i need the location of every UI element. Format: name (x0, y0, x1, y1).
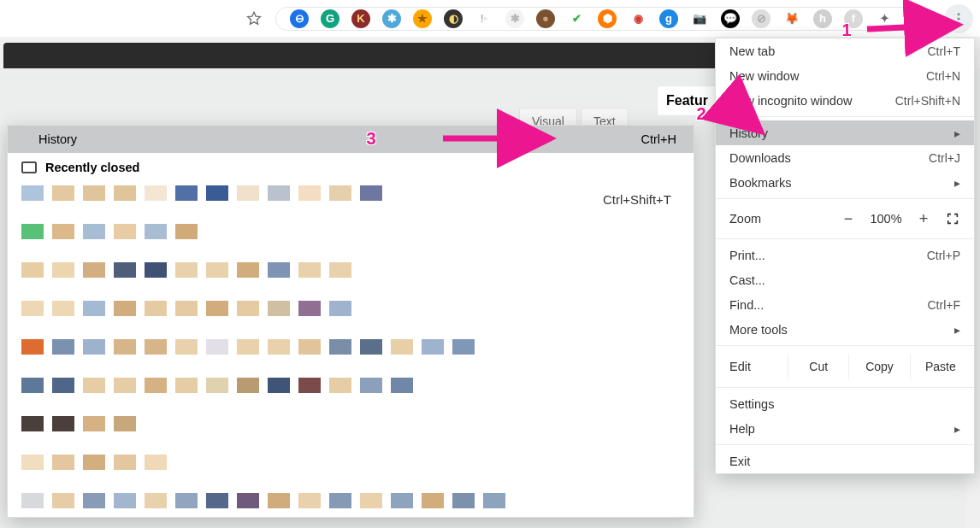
menu-history-label: History (729, 126, 954, 140)
blurred-pixel (145, 493, 167, 508)
chrome-menu-button[interactable] (944, 4, 973, 33)
menu-new-tab[interactable]: New tabCtrl+T (716, 38, 974, 63)
history-item[interactable] (21, 455, 688, 470)
edit-label: Edit (729, 360, 788, 373)
menu-history[interactable]: History ▸ (716, 120, 974, 145)
history-item[interactable] (21, 185, 688, 201)
extension-icon[interactable]: f (844, 9, 863, 28)
blurred-pixel (298, 301, 321, 316)
blurred-pixel (52, 262, 74, 278)
blurred-pixel (21, 493, 44, 508)
menu-downloads[interactable]: DownloadsCtrl+J (716, 145, 974, 170)
menu-find-[interactable]: Find...Ctrl+F (716, 292, 974, 317)
reopen-shortcut: Ctrl+Shift+T (603, 192, 671, 207)
extension-icon[interactable]: 🦊 (782, 9, 801, 28)
blurred-pixel (52, 493, 74, 508)
blurred-pixel (422, 339, 444, 355)
browser-toolbar: ⊖GK✱★◐!◦✱●✔⬢◉g📷💬⊘🦊hf✦☻ (0, 0, 980, 38)
history-item[interactable] (21, 416, 688, 431)
extension-icon[interactable]: ✦ (875, 9, 894, 28)
extension-icon[interactable]: ✱ (505, 9, 524, 28)
extension-icon[interactable]: ⊖ (290, 9, 309, 28)
blurred-pixel (175, 224, 198, 239)
shortcut-label: Ctrl+F (928, 298, 961, 312)
recently-closed-icon (21, 161, 37, 173)
menu-zoom-row: Zoom − 100% + (716, 202, 974, 235)
extension-icon-group: ⊖GK✱★◐!◦✱●✔⬢◉g📷💬⊘🦊hf✦☻ (275, 7, 932, 31)
blurred-pixel (114, 378, 136, 393)
extension-icon[interactable]: g (659, 9, 678, 28)
chrome-main-menu: New tabCtrl+TNew windowCtrl+NNew incogni… (715, 38, 975, 474)
recently-closed-label: Recently closed (45, 161, 139, 174)
edit-paste[interactable]: Paste (910, 354, 971, 379)
menu-cast-[interactable]: Cast... (716, 267, 974, 292)
extension-icon[interactable]: !◦ (475, 9, 493, 28)
extension-icon[interactable]: ★ (413, 9, 432, 28)
menu-help[interactable]: Help▸ (716, 416, 974, 441)
menu-item-label: New window (729, 69, 926, 83)
extension-icon[interactable]: ⬢ (598, 9, 617, 28)
blurred-pixel (145, 224, 167, 239)
svg-point-2 (958, 21, 960, 24)
menu-bookmarks[interactable]: Bookmarks▸ (716, 170, 974, 195)
blurred-pixel (422, 493, 444, 508)
menu-item-label: Print... (729, 249, 927, 262)
fullscreen-icon[interactable] (938, 207, 967, 231)
menu-new-window[interactable]: New windowCtrl+N (716, 63, 974, 88)
extension-icon[interactable]: ☻ (906, 9, 924, 28)
extension-icon[interactable]: ◉ (629, 9, 647, 28)
history-item[interactable] (21, 493, 688, 508)
history-item[interactable] (21, 262, 688, 278)
blurred-pixel (237, 378, 259, 393)
blurred-pixel (268, 262, 290, 278)
edit-cut[interactable]: Cut (788, 354, 848, 379)
bookmark-star-icon[interactable] (245, 9, 263, 28)
menu-settings[interactable]: Settings (716, 391, 974, 416)
zoom-value: 100% (863, 212, 909, 226)
history-item[interactable] (21, 339, 688, 355)
shortcut-label: Ctrl+Shift+N (895, 94, 960, 108)
blurred-pixel (360, 339, 382, 355)
blurred-pixel (391, 378, 413, 393)
menu-new-incognito-window[interactable]: New incognito windowCtrl+Shift+N (716, 88, 974, 113)
extension-icon[interactable]: ✔ (567, 9, 586, 28)
blurred-pixel (52, 339, 74, 355)
edit-copy[interactable]: Copy (848, 354, 909, 379)
extension-icon[interactable]: 📷 (690, 9, 709, 28)
blurred-pixel (21, 416, 44, 431)
history-submenu: History Ctrl+H Recently closed Ctrl+Shif… (7, 125, 694, 518)
extension-icon[interactable]: ◐ (444, 9, 463, 28)
blurred-pixel (268, 185, 290, 201)
zoom-out-button[interactable]: − (834, 207, 863, 231)
blurred-pixel (237, 493, 259, 508)
menu-item-label: Help (729, 422, 954, 436)
menu-print-[interactable]: Print...Ctrl+P (716, 243, 974, 267)
history-open-full[interactable]: History Ctrl+H (8, 126, 694, 153)
menu-exit[interactable]: Exit (716, 449, 974, 473)
extension-icon[interactable]: ✱ (382, 9, 401, 28)
blurred-pixel (83, 339, 105, 355)
blurred-pixel (21, 224, 44, 239)
extension-icon[interactable]: G (321, 9, 339, 28)
blurred-pixel (52, 416, 74, 431)
menu-item-label: Find... (729, 298, 928, 312)
menu-item-label: Cast... (729, 273, 960, 287)
scrollbar-track[interactable] (966, 478, 980, 528)
blurred-pixel (114, 416, 136, 431)
blurred-pixel (360, 185, 382, 201)
menu-more-tools[interactable]: More tools▸ (716, 317, 974, 342)
blurred-pixel (21, 378, 44, 393)
history-shortcut: Ctrl+H (641, 132, 677, 146)
history-item[interactable] (21, 378, 688, 393)
blurred-pixel (329, 339, 351, 355)
chevron-right-icon: ▸ (954, 176, 960, 190)
extension-icon[interactable]: ⊘ (752, 9, 770, 28)
extension-icon[interactable]: 💬 (721, 9, 740, 28)
extension-icon[interactable]: h (813, 9, 832, 28)
history-item[interactable] (21, 224, 688, 239)
extension-icon[interactable]: ● (536, 9, 555, 28)
blurred-pixel (175, 493, 198, 508)
extension-icon[interactable]: K (351, 9, 370, 28)
history-item[interactable] (21, 301, 688, 316)
zoom-in-button[interactable]: + (909, 207, 938, 231)
